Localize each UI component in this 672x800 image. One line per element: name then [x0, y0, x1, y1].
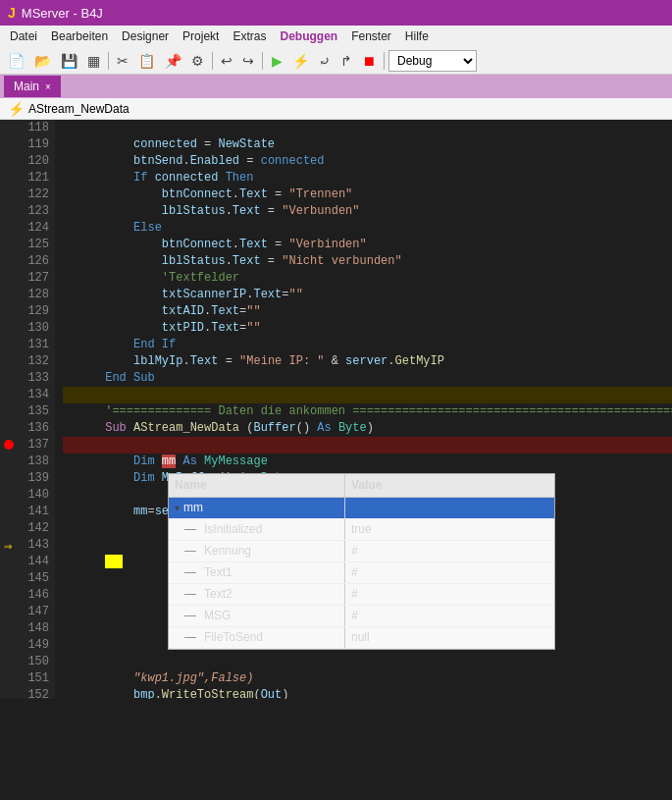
toolbar-paste[interactable]: 📌 — [161, 51, 185, 71]
ln-129: 129 — [16, 303, 49, 320]
ln-126: 126 — [16, 253, 49, 270]
toolbar-gear[interactable]: ⚙ — [187, 51, 208, 71]
code-line-129: txtPID.Text="" — [63, 303, 672, 320]
watch-row-isinitialized[interactable]: — IsInitialized true — [169, 519, 554, 541]
toolbar-copy[interactable]: 📋 — [134, 51, 159, 71]
watch-name-filetosend: — FileToSend — [169, 627, 345, 648]
code-line-152: Out.Close — [63, 687, 672, 699]
menu-hilfe[interactable]: Hilfe — [399, 27, 435, 45]
code-line-137: Dim mm As MyMessage — [63, 437, 672, 453]
watch-name-kennung: — Kennung — [169, 541, 345, 561]
code-line-135: Sub AStream_NewData (Buffer() As Byte) — [63, 403, 672, 420]
menu-fenster[interactable]: Fenster — [345, 27, 397, 45]
watch-val-mm — [345, 498, 554, 518]
code-line-126: 'Textfelder — [63, 253, 672, 270]
watch-val-isinitialized: true — [345, 519, 554, 540]
ln-137: 137 — [16, 437, 49, 453]
ln-146: 146 — [16, 587, 49, 604]
toolbar-sep1 — [108, 52, 109, 70]
watch-label-mm: mm — [183, 500, 203, 516]
watch-label-msg: MSG — [204, 608, 231, 624]
ln-128: 128 — [16, 287, 49, 303]
toolbar-stop[interactable]: ⏹ — [358, 51, 380, 71]
ln-119: 119 — [16, 136, 49, 153]
ln-136: 136 — [16, 420, 49, 437]
watch-name-msg: — MSG — [169, 606, 345, 626]
code-line-151: bmp.WriteToStream(Out) — [63, 670, 672, 687]
ln-130: 130 — [16, 320, 49, 337]
menu-debuggen[interactable]: Debuggen — [274, 27, 343, 45]
watch-row-text2[interactable]: — Text2 # — [169, 584, 554, 606]
watch-row-msg[interactable]: — MSG # — [169, 606, 554, 627]
ln-150: 150 — [16, 654, 49, 670]
watch-col-name-header: Name — [169, 474, 345, 497]
watch-row-filetosend[interactable]: — FileToSend null — [169, 627, 554, 649]
menu-bar: Datei Bearbeiten Designer Projekt Extras… — [0, 26, 672, 47]
app-icon: J — [8, 5, 16, 21]
ln-144: 144 — [16, 554, 49, 570]
watch-name-text2: — Text2 — [169, 584, 345, 605]
ln-121: 121 — [16, 170, 49, 187]
toolbar-redo[interactable]: ↪ — [238, 51, 258, 71]
toolbar-undo[interactable]: ↩ — [217, 51, 236, 71]
ln-134: 134 — [16, 387, 49, 403]
tab-close-button[interactable]: × — [45, 81, 51, 92]
ln-133: 133 — [16, 370, 49, 387]
toolbar-run[interactable]: ▶ — [267, 51, 286, 71]
breadcrumb-icon: ⚡ — [8, 101, 25, 117]
ln-124: 124 — [16, 220, 49, 237]
watch-name-mm: ▾ mm — [169, 498, 345, 518]
code-line-134: '============== Daten die ankommen =====… — [63, 387, 672, 403]
watch-row-kennung[interactable]: — Kennung # — [169, 541, 554, 562]
watch-row-text1[interactable]: — Text1 # — [169, 562, 554, 584]
menu-bearbeiten[interactable]: Bearbeiten — [45, 27, 114, 45]
ln-142: 142 — [16, 520, 49, 537]
current-line-arrow: ⇒ — [4, 538, 12, 555]
watch-label-filetosend: FileToSend — [204, 629, 263, 646]
code-line-123: Else — [63, 203, 672, 220]
toolbar: 📄 📂 💾 ▦ ✂ 📋 📌 ⚙ ↩ ↪ ▶ ⚡ ⤾ ↱ ⏹ Debug — [0, 47, 672, 75]
code-line-130: End If — [63, 320, 672, 337]
code-line-132: End Sub — [63, 353, 672, 370]
watch-val-filetosend: null — [345, 627, 554, 648]
menu-projekt[interactable]: Projekt — [177, 27, 225, 45]
watch-row-mm[interactable]: ▾ mm — [169, 498, 554, 519]
toolbar-open[interactable]: 📂 — [30, 51, 55, 71]
toolbar-cut[interactable]: ✂ — [113, 51, 132, 71]
toolbar-step-into[interactable]: ↱ — [336, 51, 356, 71]
tab-bar: Main × — [0, 75, 672, 98]
watch-val-msg: # — [345, 606, 554, 626]
debug-mode-select[interactable]: Debug — [388, 50, 477, 72]
code-content[interactable]: connected = NewState btnSend.Enabled = c… — [55, 120, 672, 699]
title-bar: J MServer - B4J — [0, 0, 672, 26]
code-line-128: txtAID.Text="" — [63, 287, 672, 303]
toolbar-b4a[interactable]: ⚡ — [288, 51, 313, 71]
ln-118: 118 — [16, 120, 49, 136]
toolbar-grid[interactable]: ▦ — [83, 51, 104, 71]
code-line-150: "kwp1.jpg",False) — [63, 654, 672, 670]
toolbar-step-over[interactable]: ⤾ — [315, 51, 335, 71]
toolbar-new[interactable]: 📄 — [4, 51, 28, 71]
expand-icon-mm[interactable]: ▾ — [175, 500, 180, 516]
ln-120: 120 — [16, 153, 49, 170]
code-area[interactable]: ⇒ 118 119 120 121 122 123 124 125 126 12… — [0, 120, 672, 699]
watch-val-text2: # — [345, 584, 554, 605]
breadcrumb: ⚡ AStream_NewData — [0, 98, 672, 120]
line-numbers: 118 119 120 121 122 123 124 125 126 127 … — [16, 120, 55, 699]
toolbar-save[interactable]: 💾 — [57, 51, 81, 71]
menu-extras[interactable]: Extras — [227, 27, 272, 45]
watch-name-isinitialized: — IsInitialized — [169, 519, 345, 540]
ln-127: 127 — [16, 270, 49, 287]
watch-val-text1: # — [345, 562, 554, 583]
breakpoint-137[interactable] — [4, 440, 14, 450]
menu-datei[interactable]: Datei — [4, 27, 43, 45]
ln-145: 145 — [16, 570, 49, 587]
code-line-127: txtScannerIP.Text="" — [63, 270, 672, 287]
toolbar-sep4 — [384, 52, 385, 70]
breadcrumb-label: AStream_NewData — [28, 102, 129, 116]
ln-139: 139 — [16, 470, 49, 487]
gutter: ⇒ — [0, 120, 16, 699]
main-tab[interactable]: Main × — [4, 76, 61, 97]
menu-designer[interactable]: Designer — [116, 27, 175, 45]
ln-135: 135 — [16, 403, 49, 420]
